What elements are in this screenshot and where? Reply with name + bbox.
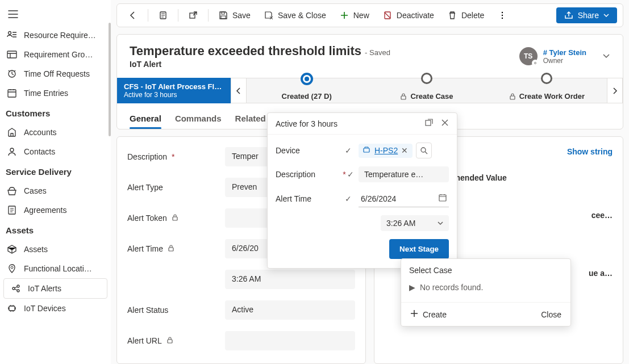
sidebar-scrollbar[interactable]	[109, 23, 111, 136]
next-stage-button[interactable]: Next Stage	[389, 239, 449, 259]
deactivate-button[interactable]: Deactivate	[377, 7, 440, 23]
save-close-button[interactable]: Save & Close	[259, 7, 332, 23]
bpf-prev-button[interactable]	[231, 78, 247, 103]
field-value[interactable]: 3:26 AM	[225, 270, 355, 289]
hamburger-menu[interactable]	[0, 7, 111, 26]
nav-item-funcloc[interactable]: Functional Locati…	[0, 259, 111, 278]
record-title-text: Temperature exceeded threshold limits	[130, 44, 361, 58]
owner-name-link[interactable]: # Tyler Stein	[543, 48, 586, 57]
flyout-time-value: 3:26 AM	[386, 219, 415, 228]
bpf-active-stage-info[interactable]: CFS - IoT Alert Process Fl… Active for 3…	[117, 78, 231, 103]
save-label: Save	[232, 11, 251, 20]
nav-header: Customers	[0, 103, 111, 123]
device-icon	[363, 146, 371, 156]
form-row: Alert URL	[127, 331, 355, 350]
svg-point-18	[502, 18, 503, 19]
nav-item-contacts[interactable]: Contacts	[0, 142, 111, 161]
bpf-stage[interactable]: Created (27 D)	[247, 78, 366, 103]
lookup-close-button[interactable]: Close	[541, 309, 561, 319]
svg-rect-24	[426, 120, 431, 125]
lookup-create-button[interactable]: Create	[410, 309, 447, 319]
flyout-time-field[interactable]: 3:26 AM	[381, 215, 449, 231]
nav-item-assets[interactable]: Assets	[0, 240, 111, 259]
svg-rect-23	[168, 340, 172, 343]
required-indicator: *	[343, 170, 345, 179]
bpf-stage[interactable]: Create Work Order	[487, 78, 607, 103]
resource-icon	[7, 30, 17, 40]
share-icon	[564, 11, 573, 20]
new-button[interactable]: New	[334, 7, 375, 23]
nav-item-cases[interactable]: Cases	[0, 181, 111, 200]
close-icon[interactable]	[441, 119, 449, 128]
svg-rect-20	[510, 96, 515, 99]
stage-label-text: Create Work Order	[519, 92, 585, 101]
lock-icon	[168, 244, 174, 253]
stage-flyout: Active for 3 hours Device ✓ H-PS2 ✕ Desc…	[267, 112, 457, 269]
delete-button[interactable]: Delete	[442, 7, 490, 23]
nav-item-resource[interactable]: Resource Require…	[0, 26, 111, 45]
more-vertical-icon	[498, 11, 507, 20]
plus-icon	[410, 309, 418, 319]
caret-right-icon[interactable]: ▶	[409, 283, 415, 292]
lookup-empty-text: No records found.	[420, 283, 483, 292]
popout-icon	[189, 11, 198, 20]
timeoff-icon	[7, 69, 17, 79]
popout-button[interactable]	[183, 7, 203, 23]
record-entity-label: IoT Alert	[130, 60, 390, 69]
svg-point-8	[17, 285, 19, 287]
bpf-next-button[interactable]	[607, 78, 623, 103]
svg-rect-12	[190, 13, 195, 18]
field-value[interactable]	[225, 331, 355, 350]
flyout-time-label: Alert Time	[276, 194, 338, 203]
lookup-create-label: Create	[423, 310, 447, 319]
svg-point-4	[10, 148, 14, 152]
sidebar: Resource Require…Requirement Gro…Time Of…	[0, 0, 111, 364]
tab-general[interactable]: General	[130, 109, 161, 129]
nav-label: Time Entries	[24, 89, 68, 98]
dock-icon[interactable]	[425, 119, 433, 128]
nav-label: Contacts	[24, 147, 55, 156]
field-value[interactable]: Active	[225, 300, 355, 320]
tab-related[interactable]: Related	[235, 109, 266, 129]
chevron-down-icon[interactable]	[602, 52, 610, 61]
nav-item-timeoff[interactable]: Time Off Requests	[0, 64, 111, 83]
svg-point-0	[9, 32, 11, 35]
show-string-link[interactable]: Show string	[567, 147, 613, 156]
nav-item-accounts[interactable]: Accounts	[0, 123, 111, 142]
save-close-label: Save & Close	[278, 11, 326, 20]
nav-item-reqgroup[interactable]: Requirement Gro…	[0, 45, 111, 64]
bpf-stage[interactable]: Create Case	[366, 78, 486, 103]
flyout-date-field[interactable]: 6/26/2024	[359, 190, 449, 207]
tab-commands[interactable]: Commands	[175, 109, 222, 129]
nav-label: Accounts	[24, 128, 57, 137]
calendar-icon[interactable]	[439, 194, 447, 203]
overflow-button[interactable]	[492, 7, 513, 23]
back-button[interactable]	[123, 7, 143, 23]
lock-icon	[400, 93, 407, 100]
record-title: Temperature exceeded threshold limits - …	[130, 44, 390, 58]
share-button[interactable]: Share	[556, 7, 617, 23]
nav-item-iotalerts[interactable]: IoT Alerts	[3, 278, 107, 299]
lock-icon	[509, 93, 516, 100]
record-saved-indicator: - Saved	[365, 48, 390, 57]
lookup-search-button[interactable]	[416, 143, 432, 158]
device-lookup-field[interactable]: H-PS2 ✕	[359, 143, 449, 158]
flyout-description-field[interactable]: Temperature e…	[359, 166, 449, 182]
nav-item-iotdevices[interactable]: IoT Devices	[0, 299, 111, 318]
lookup-results-flyout: Select Case ▶ No records found. Create C…	[401, 258, 571, 327]
bpf-name: CFS - IoT Alert Process Fl…	[124, 82, 224, 91]
owner-control[interactable]: TS # Tyler Stein Owner	[519, 44, 610, 69]
svg-rect-21	[173, 217, 177, 220]
trash-icon	[448, 11, 457, 20]
stage-circle-icon	[301, 73, 313, 85]
nav-item-agreements[interactable]: Agreements	[0, 200, 111, 220]
flyout-device-label: Device	[276, 146, 338, 155]
remove-icon[interactable]: ✕	[401, 146, 408, 155]
device-lookup-value[interactable]: H-PS2	[374, 146, 398, 155]
form-selector-button[interactable]	[153, 7, 173, 23]
svg-rect-10	[9, 306, 15, 311]
contacts-icon	[7, 147, 17, 157]
save-button[interactable]: Save	[213, 7, 256, 23]
iotdevices-icon	[7, 303, 17, 313]
nav-item-timeentry[interactable]: Time Entries	[0, 83, 111, 103]
